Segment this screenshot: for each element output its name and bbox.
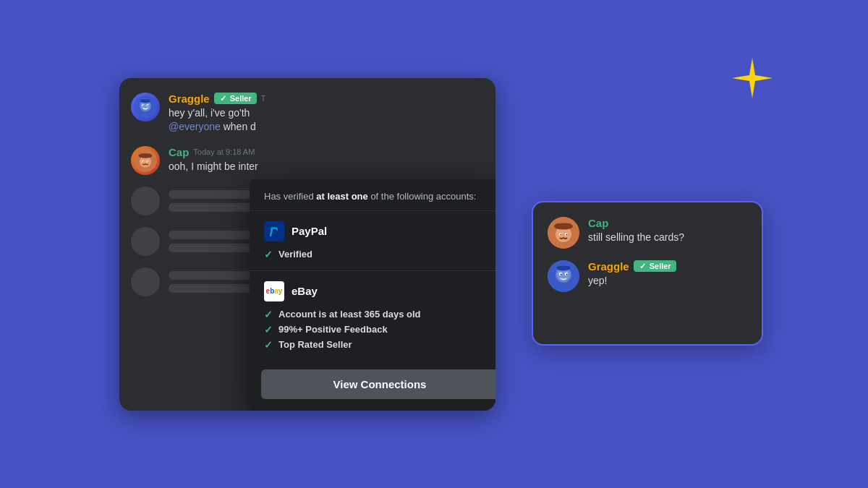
message-header-cap: Cap Today at 9:18 AM <box>169 146 484 158</box>
svg-point-16 <box>142 161 144 163</box>
svg-rect-9 <box>141 99 150 100</box>
placeholder-avatar-3 <box>131 267 160 296</box>
placeholder-line <box>169 231 255 239</box>
timestamp-graggle: T <box>261 94 266 103</box>
message-body-cap: Cap Today at 9:18 AM ooh, I might be int… <box>169 146 484 174</box>
placeholder-line <box>169 190 255 199</box>
seller-badge-graggle: ✓ Seller <box>214 93 257 104</box>
message-text-cap: ooh, I might be inter <box>169 160 484 174</box>
message-body-graggle: Graggle ✓ Seller T hey y'all, i've go'th… <box>169 93 484 134</box>
ebay-name: eBay <box>292 285 318 297</box>
convo-graggle-avatar-icon <box>548 260 579 292</box>
chat-window: Graggle ✓ Seller T hey y'all, i've go'th… <box>119 78 495 411</box>
ebay-item-3: ✓ Top Rated Seller <box>264 339 495 351</box>
username-graggle: Graggle <box>169 93 210 105</box>
ebay-icon: ebay <box>264 281 284 301</box>
convo-text-cap: still selling the cards? <box>588 231 747 245</box>
check-icon-3: ✓ <box>264 339 273 351</box>
svg-point-31 <box>561 273 562 275</box>
tooltip-popup: Has verified at least one of the followi… <box>250 179 495 411</box>
message-graggle: Graggle ✓ Seller T hey y'all, i've go'th… <box>131 93 484 134</box>
convo-cap-avatar-icon <box>548 217 579 249</box>
message-text-graggle: hey y'all, i've go'th <box>169 106 484 121</box>
star-icon <box>731 56 774 100</box>
svg-rect-13 <box>140 153 151 157</box>
convo-avatar-graggle <box>548 260 579 292</box>
svg-point-32 <box>566 273 568 275</box>
message-text-graggle-2: @everyone when d <box>169 120 484 134</box>
ebay-item-2: ✓ 99%+ Positive Feedback <box>264 324 495 335</box>
convo-seller-badge: ✓ Seller <box>634 260 676 272</box>
convo-avatar-cap <box>548 217 579 249</box>
tooltip-header: Has verified at least one of the followi… <box>250 179 495 211</box>
paypal-name: PayPal <box>292 225 327 237</box>
message-header-graggle: Graggle ✓ Seller T <box>169 93 484 105</box>
paypal-icon <box>264 221 284 241</box>
check-icon-1: ✓ <box>264 309 273 320</box>
svg-point-24 <box>561 234 562 235</box>
star-decoration <box>731 56 774 100</box>
svg-point-7 <box>148 105 149 106</box>
tooltip-header-text: Has verified at least one of the followi… <box>264 191 476 202</box>
placeholder-line <box>169 271 255 280</box>
check-icon-2: ✓ <box>264 324 273 335</box>
view-connections-button[interactable]: View Connections <box>261 369 495 399</box>
ebay-items: ✓ Account is at least 365 days old ✓ 99%… <box>264 309 495 351</box>
ebay-item-2-label: 99%+ Positive Feedback <box>278 324 388 335</box>
convo-username-cap: Cap <box>588 217 608 229</box>
ebay-item-3-label: Top Rated Seller <box>278 339 352 350</box>
ebay-item-1-label: Account is at least 365 days old <box>278 309 421 320</box>
ebay-section: ebay eBay ✓ Account is at least 365 days… <box>250 271 495 361</box>
svg-point-6 <box>142 105 144 106</box>
svg-point-17 <box>148 161 149 163</box>
svg-point-25 <box>566 234 568 235</box>
convo-badge-label: Seller <box>650 262 671 270</box>
badge-check-icon: ✓ <box>219 94 228 103</box>
svg-rect-34 <box>557 266 570 269</box>
convo-text-graggle: yep! <box>588 274 747 288</box>
convo-message-graggle: Graggle ✓ Seller yep! <box>548 260 747 292</box>
username-cap: Cap <box>169 146 189 158</box>
placeholder-avatar-1 <box>131 187 160 215</box>
svg-rect-21 <box>556 223 571 228</box>
badge-label: Seller <box>230 94 252 103</box>
ebay-header: ebay eBay <box>264 281 495 301</box>
genie-avatar-icon <box>134 95 157 119</box>
convo-badge-check-icon: ✓ <box>639 262 647 270</box>
svg-marker-0 <box>732 58 773 98</box>
convo-name-row-cap: Cap <box>588 217 747 229</box>
background-scene: Graggle ✓ Seller T hey y'all, i've go'th… <box>36 42 832 447</box>
placeholder-avatar-2 <box>131 227 160 256</box>
timestamp-cap: Today at 9:18 AM <box>193 147 255 156</box>
paypal-logo-icon <box>267 224 281 239</box>
paypal-items: ✓ Verified <box>264 249 495 260</box>
paypal-verified-label: Verified <box>278 249 312 260</box>
convo-username-graggle: Graggle <box>588 260 629 273</box>
convo-message-cap: Cap still selling the cards? <box>548 217 747 249</box>
avatar-cap <box>131 146 160 175</box>
conversation-card: Cap still selling the cards? <box>532 201 763 346</box>
convo-body-cap: Cap still selling the cards? <box>588 217 747 245</box>
check-icon: ✓ <box>264 249 273 260</box>
paypal-header: PayPal <box>264 221 495 241</box>
convo-name-row-graggle: Graggle ✓ Seller <box>588 260 747 273</box>
paypal-section: PayPal ✓ Verified <box>250 211 495 271</box>
cap-avatar-icon <box>134 149 157 172</box>
paypal-item-verified: ✓ Verified <box>264 249 495 260</box>
convo-body-graggle: Graggle ✓ Seller yep! <box>588 260 747 288</box>
avatar-graggle <box>131 93 160 121</box>
message-cap: Cap Today at 9:18 AM ooh, I might be int… <box>131 146 484 175</box>
ebay-item-1: ✓ Account is at least 365 days old <box>264 309 495 320</box>
ebay-logo-text: ebay <box>266 287 283 295</box>
